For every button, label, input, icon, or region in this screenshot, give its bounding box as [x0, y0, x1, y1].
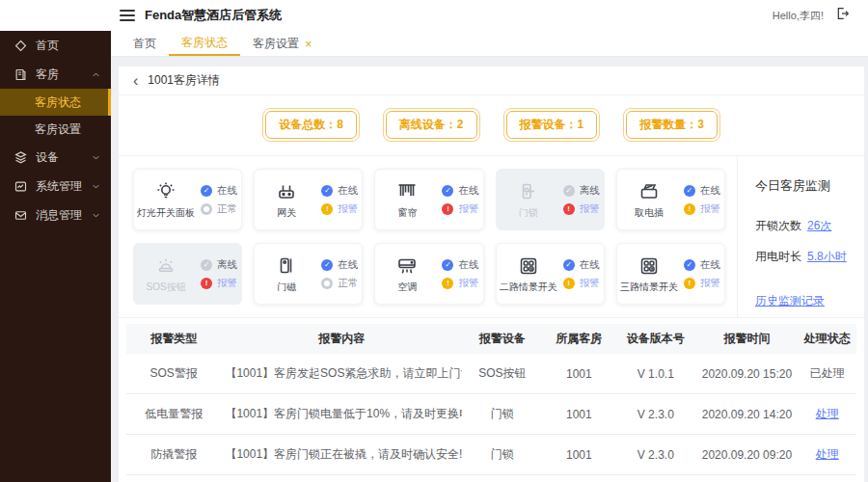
- device-card-air-conditioner[interactable]: 空调 在线 报警: [374, 243, 483, 305]
- hamburger-menu-icon[interactable]: [120, 7, 135, 24]
- alarm-table: 报警类型报警内容 报警设备所属客房 设备版本号报警时间 处理状态 SOS警报【1…: [126, 324, 856, 475]
- status-online-icon: [321, 185, 333, 197]
- device-card-light-panel[interactable]: 灯光开关面板 在线 正常: [133, 169, 242, 230]
- status-alarm-icon: [442, 203, 453, 215]
- device-status: 报警: [442, 277, 478, 290]
- table-header-row: 报警类型报警内容 报警设备所属客房 设备版本号报警时间 处理状态: [126, 324, 856, 354]
- stat-alarm-count: 报警数量：3: [623, 108, 720, 142]
- curtain-icon: [395, 180, 419, 203]
- device-name: 窗帘: [397, 206, 417, 220]
- status-alarm-icon: [321, 203, 333, 215]
- layers-icon: [14, 150, 28, 165]
- device-status: 报警: [684, 202, 720, 216]
- status-online-icon: [442, 259, 453, 271]
- device-status: 报警: [684, 277, 720, 290]
- unlock-count-link[interactable]: 26次: [807, 219, 831, 232]
- status-offline-icon: [201, 259, 212, 271]
- status-alarm-icon: [442, 278, 453, 289]
- device-name: SOS按钮: [147, 281, 186, 294]
- sidebar-item-rooms[interactable]: 客房: [0, 60, 111, 89]
- chevron-down-icon: [91, 181, 101, 192]
- door-lock-icon: [517, 180, 540, 203]
- home-icon: [14, 39, 28, 53]
- door-sensor-icon: [275, 254, 298, 278]
- stat-total-devices: 设备总数：8: [262, 108, 360, 142]
- device-status: 报警: [563, 277, 600, 290]
- sidebar-item-messages[interactable]: 消息管理: [0, 201, 111, 229]
- air-conditioner-icon: [395, 254, 419, 278]
- device-status: 报警: [201, 277, 237, 290]
- sidebar-item-devices[interactable]: 设备: [0, 143, 111, 172]
- stat-offline-devices: 离线设备：2: [383, 108, 480, 142]
- logout-icon[interactable]: [835, 6, 851, 25]
- app-title: Fenda智慧酒店后管系统: [145, 7, 282, 24]
- back-icon[interactable]: ‹: [133, 73, 138, 89]
- sidebar-item-home[interactable]: 首页: [0, 31, 111, 60]
- device-status: 在线: [684, 258, 720, 272]
- power-usage-metric: 用电时长5.8小时: [755, 249, 864, 265]
- device-status: 在线: [442, 184, 478, 198]
- chevron-up-icon: [91, 69, 101, 80]
- status-normal-icon: [321, 278, 333, 289]
- device-name: 取电插: [635, 206, 664, 220]
- device-card-scene-switch-3[interactable]: 三路情景开关 在线 报警: [616, 243, 725, 305]
- tab-room-settings[interactable]: 客房设置 ×: [240, 31, 325, 56]
- device-card-scene-switch-2[interactable]: 二路情景开关 在线 报警: [496, 243, 605, 305]
- device-name: 灯光开关面板: [137, 206, 195, 220]
- status-alarm-icon: [563, 278, 575, 289]
- tab-bar: 首页 客房状态 客房设置 ×: [111, 31, 868, 57]
- device-name: 网关: [277, 206, 296, 220]
- stats-row: 设备总数：8 离线设备：2 报警设备：1 报警数量：3: [119, 95, 864, 155]
- tab-home[interactable]: 首页: [121, 31, 169, 56]
- device-status: 在线: [321, 184, 358, 198]
- top-header: Fenda智慧酒店后管系统 Hello,李四!: [0, 0, 868, 31]
- tab-room-status[interactable]: 客房状态: [169, 31, 240, 56]
- table-row: 低电量警报【1001】客房门锁电量低于10%，请及时更换电池! 门锁1001 V…: [126, 394, 856, 435]
- status-online-icon: [201, 185, 212, 197]
- user-greeting: Hello,李四!: [773, 9, 824, 23]
- scene-switch-icon: [637, 254, 661, 278]
- device-card-curtain[interactable]: 窗帘 在线 报警: [374, 169, 483, 230]
- unlock-count-metric: 开锁次数26次: [755, 218, 864, 234]
- device-status: 在线: [321, 258, 358, 272]
- device-status: 离线: [563, 184, 600, 198]
- stat-alarm-devices: 报警设备：1: [503, 108, 601, 142]
- device-card-door-lock[interactable]: 门锁 离线 报警: [496, 169, 605, 230]
- status-alarm-icon: [563, 203, 575, 215]
- status-offline-icon: [563, 185, 575, 197]
- device-name: 三路情景开关: [620, 281, 678, 294]
- status-alarm-icon: [684, 203, 695, 215]
- device-status: 在线: [442, 258, 478, 272]
- status-normal-icon: [201, 203, 212, 215]
- device-name: 空调: [397, 281, 417, 294]
- light-bulb-icon: [154, 180, 177, 203]
- status-online-icon: [442, 185, 453, 197]
- status-alarm-icon: [684, 278, 695, 289]
- handle-link[interactable]: 处理: [798, 394, 856, 435]
- device-status: 正常: [321, 277, 358, 290]
- status-online-icon: [684, 185, 695, 197]
- device-status: 在线: [563, 258, 600, 272]
- device-status: 报警: [321, 202, 358, 216]
- device-card-gateway[interactable]: 网关 在线 报警: [254, 169, 363, 230]
- history-monitor-link[interactable]: 历史监测记录: [755, 293, 825, 309]
- device-status: 正常: [201, 202, 237, 216]
- device-card-sos-button[interactable]: SOS按钮 离线 报警: [133, 243, 242, 305]
- device-status: 在线: [684, 184, 720, 198]
- sidebar-item-system[interactable]: 系统管理: [0, 172, 111, 201]
- device-status: 离线: [201, 258, 237, 272]
- device-card-power-socket[interactable]: 取电插 在线 报警: [616, 169, 725, 230]
- device-status: 报警: [442, 202, 478, 216]
- sidebar-item-room-settings[interactable]: 客房设置: [0, 116, 111, 143]
- device-card-door-sensor[interactable]: 门磁 在线 正常: [254, 243, 363, 305]
- handle-link[interactable]: 处理: [798, 435, 856, 475]
- close-icon[interactable]: ×: [305, 37, 312, 51]
- status-online-icon: [684, 259, 695, 271]
- device-name: 门锁: [519, 206, 538, 220]
- sos-siren-icon: [154, 254, 177, 278]
- power-usage-link[interactable]: 5.8小时: [807, 250, 847, 263]
- status-online-icon: [321, 259, 333, 271]
- scene-switch-icon: [517, 254, 540, 278]
- table-row: SOS警报【1001】客房发起SOS紧急求助，请立即上门协助! SOS按钮100…: [126, 354, 856, 394]
- sidebar-item-room-status[interactable]: 客房状态: [0, 89, 111, 116]
